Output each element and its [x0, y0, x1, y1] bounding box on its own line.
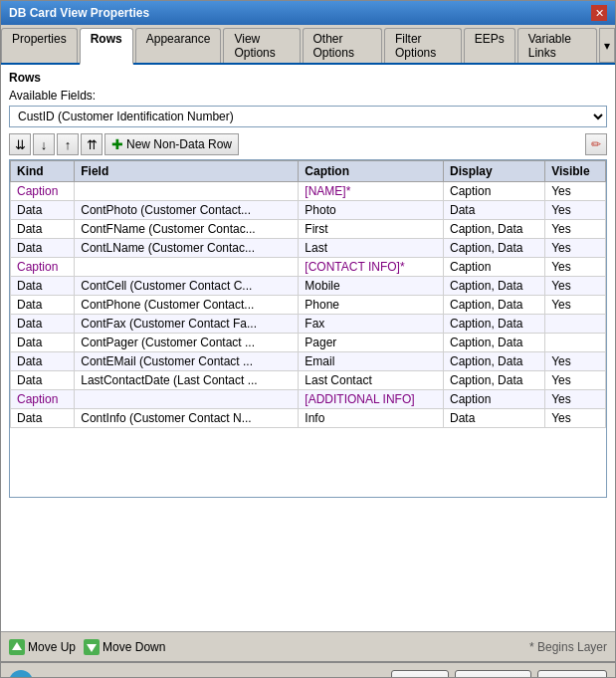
table-row[interactable]: DataContPhone (Customer Contact...PhoneC… [11, 296, 606, 315]
move-to-bottom-button[interactable]: ⇊ [9, 133, 31, 155]
cell-field: ContPhone (Customer Contact... [75, 296, 299, 315]
cell-display: Caption, Data [444, 352, 545, 371]
cell-field: ContFax (Customer Contact Fa... [75, 315, 299, 334]
cell-caption: Last [299, 239, 444, 258]
move-buttons-group: Move Up Move Down [9, 639, 165, 655]
cell-kind: Data [11, 220, 75, 239]
cell-caption: Info [299, 409, 444, 428]
cell-kind: Data [11, 334, 75, 352]
move-down-button[interactable]: Move Down [84, 639, 165, 655]
cell-caption: First [299, 220, 444, 239]
table-row[interactable]: Caption[NAME]*CaptionYes [11, 182, 606, 201]
cell-caption: [ADDITIONAL INFO] [299, 390, 444, 409]
cell-kind: Data [11, 239, 75, 258]
tab-variable-links[interactable]: Variable Links [517, 28, 597, 63]
cell-display: Caption, Data [444, 296, 545, 315]
cell-visible [545, 315, 606, 334]
move-up-small-button[interactable]: ↑ [57, 133, 79, 155]
cell-kind: Data [11, 352, 75, 371]
table-row[interactable]: DataContFName (Customer Contac...FirstCa… [11, 220, 606, 239]
new-non-data-row-button[interactable]: ✚ New Non-Data Row [104, 133, 239, 155]
tab-view-options[interactable]: View Options [223, 28, 300, 63]
cell-caption: Mobile [299, 277, 444, 296]
table-row[interactable]: DataContLName (Customer Contac...LastCap… [11, 239, 606, 258]
cell-visible: Yes [545, 182, 606, 201]
cell-kind: Caption [11, 258, 75, 277]
cell-field: ContInfo (Customer Contact N... [75, 409, 299, 428]
col-field: Field [75, 161, 299, 182]
cancel-button[interactable]: ✖ Cancel [455, 670, 531, 678]
cell-kind: Caption [11, 182, 75, 201]
cell-display: Data [444, 201, 545, 220]
cell-caption: [NAME]* [299, 182, 444, 201]
cell-display: Caption, Data [444, 334, 545, 352]
cell-field: LastContactDate (Last Contact ... [75, 371, 299, 390]
move-up-button[interactable]: Move Up [9, 639, 76, 655]
col-kind: Kind [11, 161, 75, 182]
cell-visible: Yes [545, 201, 606, 220]
cell-visible: Yes [545, 239, 606, 258]
tab-other-options[interactable]: Other Options [303, 28, 382, 63]
ok-button[interactable]: ✔ OK [391, 670, 448, 678]
cell-kind: Data [11, 296, 75, 315]
tab-overflow-dropdown[interactable]: ▾ [599, 28, 615, 63]
cell-field: ContEMail (Customer Contact ... [75, 352, 299, 371]
close-button[interactable]: ✕ [591, 5, 607, 21]
cell-field: ContPager (Customer Contact ... [75, 334, 299, 352]
cell-field [75, 182, 299, 201]
col-caption: Caption [299, 161, 444, 182]
cell-field [75, 390, 299, 409]
footer-bar: Move Up Move Down * Begins Layer [1, 631, 615, 661]
tab-appearance[interactable]: Appearance [135, 28, 222, 63]
cell-visible: Yes [545, 390, 606, 409]
table-row[interactable]: DataContPhoto (Customer Contact...PhotoD… [11, 201, 606, 220]
help-button[interactable]: ? [9, 670, 33, 678]
cell-kind: Data [11, 201, 75, 220]
move-down-label: Move Down [103, 640, 165, 654]
cell-caption: Photo [299, 201, 444, 220]
cell-kind: Data [11, 371, 75, 390]
window-title: DB Card View Properties [9, 6, 149, 20]
cell-display: Caption [444, 258, 545, 277]
table-row[interactable]: DataContInfo (Customer Contact N...InfoD… [11, 409, 606, 428]
tab-filter-options[interactable]: Filter Options [384, 28, 462, 63]
action-buttons: ✔ OK ✖ Cancel ✔ Apply [391, 670, 607, 678]
cell-display: Caption, Data [444, 277, 545, 296]
table-row[interactable]: DataContCell (Customer Contact C...Mobil… [11, 277, 606, 296]
new-row-label: New Non-Data Row [126, 137, 232, 151]
cell-kind: Data [11, 277, 75, 296]
table-row[interactable]: Caption[CONTACT INFO]*CaptionYes [11, 258, 606, 277]
tab-eeps[interactable]: EEPs [464, 28, 515, 63]
cell-display: Caption [444, 390, 545, 409]
apply-button[interactable]: ✔ Apply [537, 670, 607, 678]
move-down-small-button[interactable]: ↓ [33, 133, 55, 155]
available-fields-label: Available Fields: [9, 89, 607, 103]
table-row[interactable]: DataContPager (Customer Contact ...Pager… [11, 334, 606, 352]
available-fields-select[interactable]: CustID (Customer Identification Number) [9, 106, 607, 127]
cell-caption: [CONTACT INFO]* [299, 258, 444, 277]
content-area: Rows Available Fields: CustID (Customer … [1, 65, 615, 631]
move-to-top-button[interactable]: ⇈ [81, 133, 103, 155]
table-row[interactable]: DataContEMail (Customer Contact ...Email… [11, 352, 606, 371]
cell-caption: Phone [299, 296, 444, 315]
grid-container[interactable]: Kind Field Caption Display Visible Capti… [9, 159, 607, 498]
table-row[interactable]: DataContFax (Customer Contact Fa...FaxCa… [11, 315, 606, 334]
table-row[interactable]: DataLastContactDate (Last Contact ...Las… [11, 371, 606, 390]
toolbar-row: ⇊ ↓ ↑ ⇈ ✚ New Non-Data Row ✏ [9, 133, 607, 155]
table-row[interactable]: Caption[ADDITIONAL INFO]CaptionYes [11, 390, 606, 409]
cell-caption: Fax [299, 315, 444, 334]
move-up-label: Move Up [28, 640, 76, 654]
tab-properties[interactable]: Properties [1, 28, 78, 63]
cell-visible: Yes [545, 371, 606, 390]
section-label: Rows [9, 71, 607, 85]
cell-visible: Yes [545, 409, 606, 428]
rows-table: Kind Field Caption Display Visible Capti… [10, 160, 606, 428]
edit-button[interactable]: ✏ [585, 133, 607, 155]
tab-rows[interactable]: Rows [80, 28, 133, 65]
tab-bar: Properties Rows Appearance View Options … [1, 25, 615, 65]
cell-display: Caption, Data [444, 239, 545, 258]
cell-field: ContFName (Customer Contac... [75, 220, 299, 239]
cell-visible: Yes [545, 277, 606, 296]
move-up-icon [9, 639, 25, 655]
cell-kind: Data [11, 409, 75, 428]
